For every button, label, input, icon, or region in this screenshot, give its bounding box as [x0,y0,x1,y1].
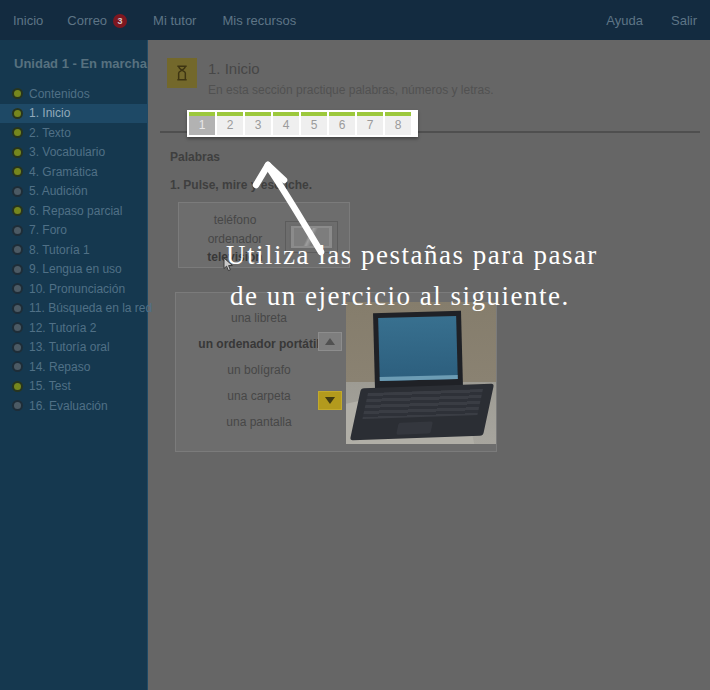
tab-8[interactable]: 8 [385,112,411,135]
sidebar-item-label: 5. Audición [29,184,88,198]
nav-inicio[interactable]: Inicio [13,13,43,28]
bullet-icon [14,383,21,390]
sidebar-item-label: 9. Lengua en uso [29,262,122,276]
laptop-image[interactable] [346,302,496,444]
word-option[interactable]: ordenador [185,230,285,249]
tv-selection-frame [285,221,338,253]
sidebar-item[interactable]: 7. Foro [0,221,148,241]
sidebar-item[interactable]: 8. Tutoría 1 [0,240,148,260]
nav-left-group: Inicio Correo3 Mi tutor Mis recursos [0,13,296,28]
up-arrow-icon [325,338,335,345]
bullet-icon [14,207,21,214]
bullet-icon [14,402,21,409]
sidebar-item[interactable]: 1. Inicio [0,104,148,124]
bullet-icon [14,149,21,156]
tab-4[interactable]: 4 [273,112,299,135]
sidebar-item[interactable]: 14. Repaso [0,357,148,377]
unit-sidebar: Unidad 1 - En marcha Contenidos1. Inicio… [0,40,148,690]
unit-title: Unidad 1 - En marcha [14,56,147,71]
sidebar-list: Contenidos1. Inicio2. Texto3. Vocabulari… [0,84,148,416]
exercise2-word-list: una libretaun ordenador portátilun bolíg… [184,305,334,435]
sidebar-item[interactable]: 9. Lengua en uso [0,260,148,280]
laptop-taskbar [380,375,458,381]
bullet-icon [14,266,21,273]
down-arrow-icon [325,397,335,404]
sidebar-item[interactable]: 12. Tutoría 2 [0,318,148,338]
bullet-icon [14,344,21,351]
sidebar-item[interactable]: 10. Pronunciación [0,279,148,299]
bullet-icon [14,227,21,234]
tab-6[interactable]: 6 [329,112,355,135]
sidebar-item[interactable]: Contenidos [0,84,148,104]
tab-1[interactable]: 1 [189,112,215,135]
sidebar-item[interactable]: 11. Búsqueda en la red [0,299,148,319]
exercise1-box: teléfonoordenadortelevisión [178,202,350,268]
word-option[interactable]: teléfono [185,211,285,230]
section-heading: Palabras [170,150,220,164]
sidebar-item-label: 16. Evaluación [29,399,108,413]
tab-7[interactable]: 7 [357,112,383,135]
exercise-tab-strip: 12345678 [187,110,418,137]
bullet-icon [14,188,21,195]
laptop-keyboard [362,389,482,419]
sidebar-item[interactable]: 15. Test [0,377,148,397]
exercise2-box: una libretaun ordenador portátilun bolíg… [175,292,497,452]
word-option[interactable]: un bolígrafo [184,357,334,383]
mail-count-badge: 3 [113,14,127,28]
sidebar-item-label: 3. Vocabulario [29,145,105,159]
nav-ayuda[interactable]: Ayuda [606,13,643,28]
sidebar-item[interactable]: 16. Evaluación [0,396,148,416]
page-subtitle: En esta sección practique palabras, núme… [208,83,493,97]
hourglass-icon [167,58,197,88]
bullet-icon [14,168,21,175]
sidebar-item-label: 8. Tutoría 1 [29,243,90,257]
app-window: Inicio Correo3 Mi tutor Mis recursos Ayu… [0,0,710,690]
nav-correo[interactable]: Correo3 [67,13,127,28]
scroll-down-button[interactable] [318,391,342,410]
sidebar-item-label: 13. Tutoría oral [29,340,110,354]
exercise-instruction: 1. Pulse, mire y escuche. [170,178,312,192]
bullet-icon [14,305,21,312]
page-title: 1. Inicio [208,60,260,77]
word-option[interactable]: una carpeta [184,383,334,409]
sidebar-item-label: 14. Repaso [29,360,90,374]
sidebar-item[interactable]: 4. Gramática [0,162,148,182]
bullet-icon [14,285,21,292]
top-navigation: Inicio Correo3 Mi tutor Mis recursos Ayu… [0,0,710,40]
scroll-up-button[interactable] [318,332,342,351]
nav-salir[interactable]: Salir [671,13,697,28]
word-option[interactable]: un ordenador portátil [184,331,334,357]
bullet-icon [14,363,21,370]
sidebar-item-label: 6. Repaso parcial [29,204,122,218]
sidebar-item[interactable]: 5. Audición [0,182,148,202]
laptop-screen [373,311,463,389]
main-content: 1. Inicio En esta sección practique pala… [148,40,710,690]
tv-screen [294,228,329,246]
nav-mis-recursos[interactable]: Mis recursos [222,13,296,28]
nav-mi-tutor[interactable]: Mi tutor [153,13,196,28]
laptop-touchpad [396,422,433,435]
laptop-base [350,384,494,441]
sidebar-item[interactable]: 13. Tutoría oral [0,338,148,358]
nav-right-group: Ayuda Salir [606,13,710,28]
sidebar-item[interactable]: 2. Texto [0,123,148,143]
word-option[interactable]: una pantalla [184,409,334,435]
sidebar-item[interactable]: 3. Vocabulario [0,143,148,163]
word-option[interactable]: una libreta [184,305,334,331]
tab-2[interactable]: 2 [217,112,243,135]
exercise1-word-list: teléfonoordenadortelevisión [185,211,285,267]
tab-3[interactable]: 3 [245,112,271,135]
tv-image[interactable] [289,224,334,250]
bullet-icon [14,246,21,253]
word-option[interactable]: televisión [185,248,285,267]
bullet-icon [14,324,21,331]
sidebar-item-label: 12. Tutoría 2 [29,321,96,335]
mouse-cursor-icon [223,257,234,272]
bullet-icon [14,110,21,117]
sidebar-item-label: 7. Foro [29,223,67,237]
tab-5[interactable]: 5 [301,112,327,135]
sidebar-item-label: 11. Búsqueda en la red [29,301,152,315]
sidebar-item-label: 1. Inicio [29,106,70,120]
sidebar-item[interactable]: 6. Repaso parcial [0,201,148,221]
bullet-icon [14,129,21,136]
